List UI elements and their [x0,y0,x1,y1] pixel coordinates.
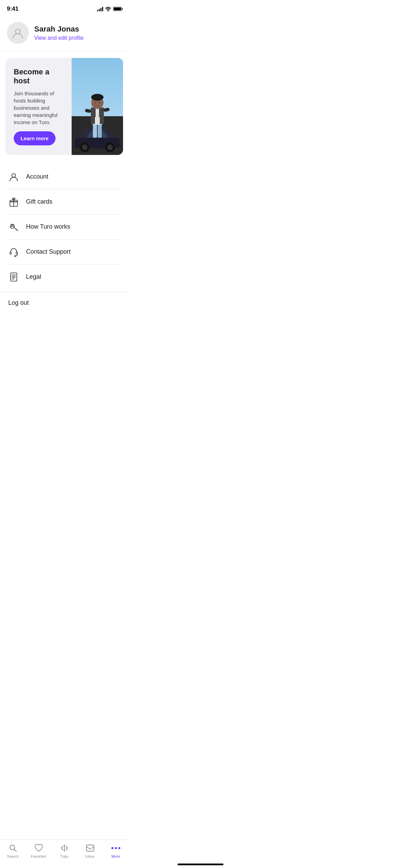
svg-point-4 [82,145,87,150]
svg-rect-26 [10,252,11,254]
svg-rect-10 [96,108,99,124]
svg-point-16 [99,102,100,104]
status-icons [97,7,122,11]
svg-point-17 [12,173,16,177]
contact-support-label: Contact Support [26,248,71,255]
svg-rect-27 [16,252,17,254]
svg-line-24 [17,229,17,230]
menu-item-how-turo-works[interactable]: How Turo works [0,215,129,239]
svg-rect-8 [98,123,102,138]
profile-info: Sarah Jonas View and edit profile [34,25,84,41]
logout-label[interactable]: Log out [8,299,29,306]
menu-item-account[interactable]: Account [0,165,129,189]
svg-point-6 [107,145,113,150]
avatar[interactable] [7,22,29,44]
key-icon [8,221,19,232]
host-banner-description: Join thousands of hosts building busines… [14,90,65,126]
wifi-icon [105,7,111,11]
gift-icon [8,196,19,207]
svg-rect-29 [11,273,17,281]
headset-icon [8,246,19,257]
account-label: Account [26,173,48,180]
avatar-icon [12,27,24,39]
profile-header: Sarah Jonas View and edit profile [0,15,129,51]
svg-rect-7 [93,123,97,138]
svg-line-23 [16,229,16,230]
host-banner: Become a host Join thousands of hosts bu… [5,58,123,155]
menu-item-gift-cards[interactable]: Gift cards [0,190,129,214]
svg-point-14 [91,94,104,101]
learn-more-button[interactable]: Learn more [14,131,56,145]
gift-cards-label: Gift cards [26,198,52,205]
signal-icon [97,7,103,11]
menu-item-legal[interactable]: Legal [0,265,129,289]
logout-section[interactable]: Log out [0,292,129,317]
host-banner-title: Become a host [14,68,65,86]
legal-label: Legal [26,273,41,280]
status-bar: 9:41 [0,0,129,15]
host-banner-image [72,58,123,155]
host-illustration [72,58,123,155]
status-time: 9:41 [7,5,19,12]
svg-point-15 [95,102,96,104]
tab-bar-spacer [0,317,129,344]
edit-profile-link[interactable]: View and edit profile [34,35,84,41]
svg-point-0 [15,29,20,34]
menu-list: Account Gift cards [0,162,129,292]
header-divider [0,51,129,51]
svg-rect-12 [103,108,110,112]
menu-item-contact-support[interactable]: Contact Support [0,240,129,264]
battery-icon [113,7,122,11]
document-icon [8,272,19,282]
host-banner-content: Become a host Join thousands of hosts bu… [5,58,72,155]
svg-rect-11 [85,109,91,113]
how-turo-works-label: How Turo works [26,223,70,230]
profile-name: Sarah Jonas [34,25,84,34]
person-icon [8,171,19,182]
